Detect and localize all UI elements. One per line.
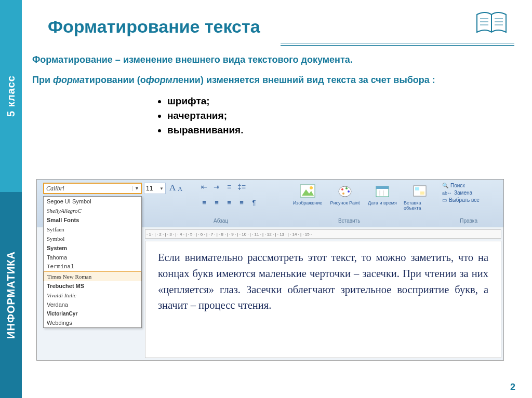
bullet-item: выравнивания. <box>167 125 510 136</box>
page-number: 2 <box>510 382 515 393</box>
palette-icon <box>337 183 353 199</box>
subject-label: ИНФОРМАТИКА <box>5 251 17 339</box>
dedent-icon[interactable]: ⇤ <box>200 183 208 191</box>
font-option[interactable]: Terminal <box>44 262 141 271</box>
bullets-icon[interactable]: ≡ <box>225 183 233 191</box>
grow-font-icon[interactable]: A <box>169 183 176 193</box>
font-option[interactable]: Vivaldi Italic <box>44 291 141 300</box>
search-icon: 🔍 <box>442 183 448 188</box>
font-dropdown-list[interactable]: Segoe UI Symbol ShellyAllegroC Small Fon… <box>43 196 142 328</box>
font-option[interactable]: Symbol <box>44 234 141 243</box>
find-button[interactable]: 🔍Поиск <box>442 183 499 188</box>
wordpad-screenshot: Calibri ▼ 11 ▼ A A Segoe UI Symbol Shell… <box>36 179 504 361</box>
alignment-tools: ≡ ≡ ≡ ≡ ¶ <box>200 198 258 207</box>
sidebar-subject: ИНФОРМАТИКА <box>0 192 22 398</box>
svg-point-5 <box>345 187 348 189</box>
font-option[interactable]: Segoe UI Symbol <box>44 197 141 206</box>
grow-shrink-font[interactable]: A A <box>169 183 182 193</box>
insert-object-button[interactable]: Вставка объекта <box>404 183 436 211</box>
replace-button[interactable]: ab↔Замена <box>442 190 499 196</box>
font-option[interactable]: ShellyAllegroC <box>44 206 141 215</box>
font-option-selected[interactable]: Times New Roman <box>44 271 141 281</box>
select-all-icon: ▭ <box>442 197 447 203</box>
bullet-list: шрифта; начертания; выравнивания. <box>167 95 510 136</box>
line-spacing-icon[interactable]: ‡≡ <box>237 183 246 191</box>
bullet-item: шрифта; <box>167 95 510 107</box>
image-icon <box>299 183 316 199</box>
font-option[interactable]: Trebuchet MS <box>44 281 141 291</box>
paragraph-tools: ⇤ ⇥ ≡ ‡≡ <box>200 183 246 191</box>
font-option[interactable]: Verdana <box>44 300 141 309</box>
edit-panel: 🔍Поиск ab↔Замена ▭Выбрать все <box>442 183 499 203</box>
sidebar: 5 класс ИНФОРМАТИКА <box>0 0 22 398</box>
font-combobox[interactable]: Calibri ▼ <box>43 183 142 194</box>
insert-image-button[interactable]: Изображение <box>291 183 324 211</box>
sidebar-grade: 5 класс <box>0 0 22 192</box>
pilcrow-icon[interactable]: ¶ <box>250 198 258 207</box>
font-option[interactable]: Tahoma <box>44 253 141 262</box>
svg-point-2 <box>310 186 313 189</box>
insert-datetime-button[interactable]: Дата и время <box>366 183 398 211</box>
book-icon <box>475 10 508 38</box>
svg-rect-9 <box>376 186 389 189</box>
select-all-button[interactable]: ▭Выбрать все <box>442 197 499 203</box>
slide-title: Форматирование текста <box>48 17 260 37</box>
replace-icon: ab↔ <box>442 190 452 196</box>
ruler[interactable]: · 1 · | · 2 · | · 3 · | · 4 · | · 5 · | … <box>145 229 501 239</box>
font-option[interactable]: System <box>44 243 141 253</box>
svg-rect-14 <box>420 191 424 195</box>
align-left-icon[interactable]: ≡ <box>200 198 208 207</box>
object-icon <box>411 183 428 199</box>
font-name-value: Calibri <box>46 185 64 193</box>
insert-buttons: Изображение Рисунок Paint Дата и время В… <box>291 183 436 211</box>
svg-point-4 <box>341 188 343 190</box>
chevron-down-icon[interactable]: ▼ <box>159 186 164 191</box>
font-option[interactable]: Small Fonts <box>44 215 141 225</box>
svg-point-6 <box>348 190 350 193</box>
bullet-item: начертания; <box>167 110 510 121</box>
shrink-font-icon[interactable]: A <box>178 185 182 193</box>
font-size-value: 11 <box>146 185 153 192</box>
intro-paragraph: При форматировании (оформлении) изменяет… <box>32 74 510 86</box>
document-paragraph: Если внимательно рассмотреть этот текст,… <box>158 250 488 313</box>
svg-point-7 <box>342 193 344 195</box>
definition-text: Форматирование – изменение внешнего вида… <box>32 54 510 65</box>
font-option[interactable]: VictorianCyr <box>44 309 141 318</box>
font-option[interactable]: Sylfaen <box>44 225 141 234</box>
justify-icon[interactable]: ≡ <box>237 198 246 207</box>
insert-paint-button[interactable]: Рисунок Paint <box>329 183 361 211</box>
align-center-icon[interactable]: ≡ <box>212 198 221 207</box>
grade-label: 5 класс <box>5 75 17 117</box>
title-underline <box>281 44 514 46</box>
indent-icon[interactable]: ⇥ <box>212 183 221 191</box>
font-size-combobox[interactable]: 11 ▼ <box>144 183 166 194</box>
align-right-icon[interactable]: ≡ <box>225 198 233 207</box>
svg-rect-13 <box>415 187 419 190</box>
title-block: Форматирование текста <box>48 17 260 37</box>
insert-group-label: Вставить <box>338 218 360 224</box>
font-option[interactable]: Webdings <box>44 318 141 327</box>
content-area: Форматирование – изменение внешнего вида… <box>32 54 510 139</box>
paragraph-group-label: Абзац <box>214 218 228 224</box>
chevron-down-icon[interactable]: ▼ <box>132 186 141 191</box>
document-area[interactable]: Если внимательно рассмотреть этот текст,… <box>145 241 501 358</box>
calendar-icon <box>374 183 391 199</box>
edit-group-label: Правка <box>460 218 477 224</box>
